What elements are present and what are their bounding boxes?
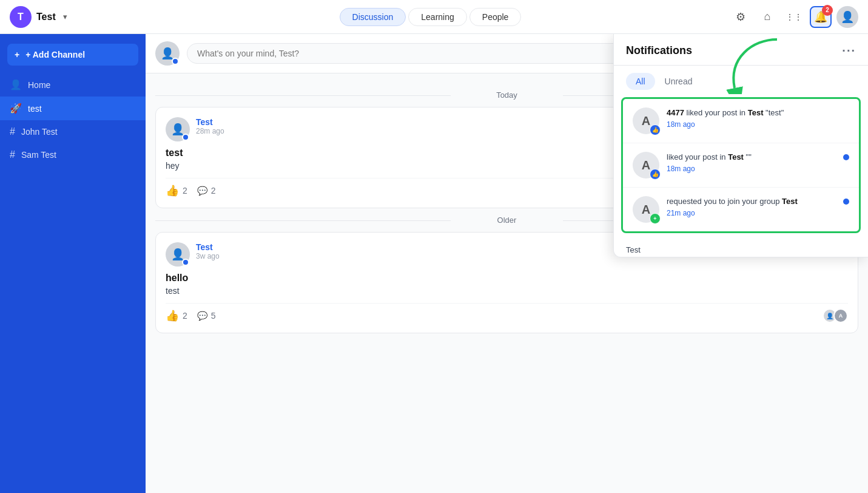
notification-item-3[interactable]: A + requested you to join your group Tes… [623,188,859,231]
notification-item-2[interactable]: A 👍 liked your post in Test "" 18m ago [623,143,859,188]
notif-content-1: 4477 liked your post in Test "test" 18m … [667,107,849,129]
home-icon: ⌂ [764,10,771,23]
post-body-2: test [166,286,848,296]
main-nav: Discussion Learning People [131,8,730,26]
settings-icon: ⚙ [736,10,745,24]
app-header: T Test ▾ Discussion Learning People ⚙ ⌂ … [0,0,868,34]
notifications-tabs: All Unread [614,66,868,95]
notif-text-2: liked your post in Test "" [667,152,836,163]
notifications-button[interactable]: 🔔 2 [810,6,832,28]
notif-avatar-2: A 👍 [633,152,659,178]
user-avatar-icon: 👤 [841,10,854,24]
comment-button-1[interactable]: 💬 2 [197,186,216,195]
notif-tab-all[interactable]: All [626,73,655,90]
thumbs-up-icon-1: 👍 [166,184,179,197]
post-avatar-1: 👤 [166,117,190,141]
notifications-list: A 👍 4477 liked your post in Test "test" … [621,97,861,233]
home-sidebar-icon: 👤 [10,79,22,90]
notification-item-1[interactable]: A 👍 4477 liked your post in Test "test" … [623,99,859,143]
like-count-1: 2 [183,186,187,195]
tab-learning[interactable]: Learning [408,8,467,26]
notif-time-3: 21m ago [667,209,836,217]
composer-avatar: 👤 [155,41,180,66]
rocket-icon: 🚀 [10,103,22,114]
grid-button[interactable]: ⋮⋮ [783,6,805,28]
like-badge-1: 👍 [650,124,661,135]
sidebar-item-sam-test[interactable]: # Sam Test [0,143,146,166]
comment-count-1: 2 [211,186,216,195]
sidebar-item-home-label: Home [28,80,50,90]
settings-button[interactable]: ⚙ [730,6,752,28]
post-avatar-2: 👤 [166,242,190,267]
join-badge-3: + [650,213,661,224]
partial-notification: Test [614,240,868,257]
notif-tab-unread[interactable]: Unread [655,73,702,90]
user-avatar-button[interactable]: 👤 [836,6,858,28]
notif-text-3: requested you to join your group Test [667,196,836,207]
sidebar-item-test[interactable]: 🚀 test [0,97,146,120]
tab-discussion[interactable]: Discussion [340,8,406,26]
like-count-2: 2 [183,311,187,321]
workspace-dropdown[interactable]: ▾ [63,12,67,21]
notif-avatar-3: A + [633,196,659,223]
post-actions-2: 👍 2 💬 5 👤 A [166,303,848,323]
notif-time-1: 18m ago [667,120,849,129]
sidebar-item-test-label: test [28,104,42,114]
notif-avatar-1: A 👍 [633,107,659,134]
unread-dot-2 [843,154,849,160]
like-button-2[interactable]: 👍 2 [166,309,187,322]
notif-content-3: requested you to join your group Test 21… [667,196,836,217]
tab-people[interactable]: People [469,8,522,26]
like-badge-2: 👍 [650,169,661,180]
grid-icon: ⋮⋮ [786,12,802,22]
home-button[interactable]: ⌂ [756,6,778,28]
logo-icon: T [10,6,32,28]
sidebar-item-john-test[interactable]: # John Test [0,120,146,143]
notification-badge: 2 [822,5,833,16]
hash-icon-2: # [10,149,15,160]
hash-icon-1: # [10,126,15,137]
add-channel-label: + Add Channel [25,50,85,59]
add-channel-icon: + [15,50,19,59]
like-button-1[interactable]: 👍 2 [166,184,187,197]
add-channel-button[interactable]: + + Add Channel [7,44,138,66]
comment-icon-2: 💬 [197,311,207,321]
comment-button-2[interactable]: 💬 5 [197,311,216,321]
notifications-more-button[interactable]: ··· [842,44,856,58]
notifications-header: Notifications ··· [614,34,868,66]
comment-icon-1: 💬 [197,186,207,195]
header-actions: ⚙ ⌂ ⋮⋮ 🔔 2 👤 [730,6,858,28]
notif-time-2: 18m ago [667,165,836,173]
main-layout: + + Add Channel 👤 Home 🚀 test # John Tes… [0,34,868,493]
sidebar: + + Add Channel 👤 Home 🚀 test # John Tes… [0,34,146,493]
composer-avatar-icon: 👤 [161,47,174,60]
participants-2: 👤 A [823,308,848,323]
workspace-title: Test [36,12,56,22]
sidebar-item-john-test-label: John Test [21,127,58,137]
participant-avatar-4: A [833,308,848,323]
post-status-dot-2 [182,259,189,266]
notif-text-1: 4477 liked your post in Test "test" [667,107,849,118]
notifications-title: Notifications [626,44,692,57]
comment-count-2: 5 [211,311,216,321]
sidebar-item-sam-test-label: Sam Test [21,150,56,160]
online-status-dot [172,58,179,65]
notifications-panel: Notifications ··· All Unread A 👍 4477 li… [613,34,868,257]
post-title-2: hello [166,273,848,284]
post-status-dot-1 [182,134,189,141]
thumbs-up-icon-2: 👍 [166,309,179,322]
logo-area: T Test ▾ [10,6,131,28]
content-area: 👤 Today 👤 Test 28m ago [146,34,868,493]
notif-content-2: liked your post in Test "" 18m ago [667,152,836,173]
unread-dot-3 [843,199,849,205]
sidebar-item-home[interactable]: 👤 Home [0,73,146,97]
